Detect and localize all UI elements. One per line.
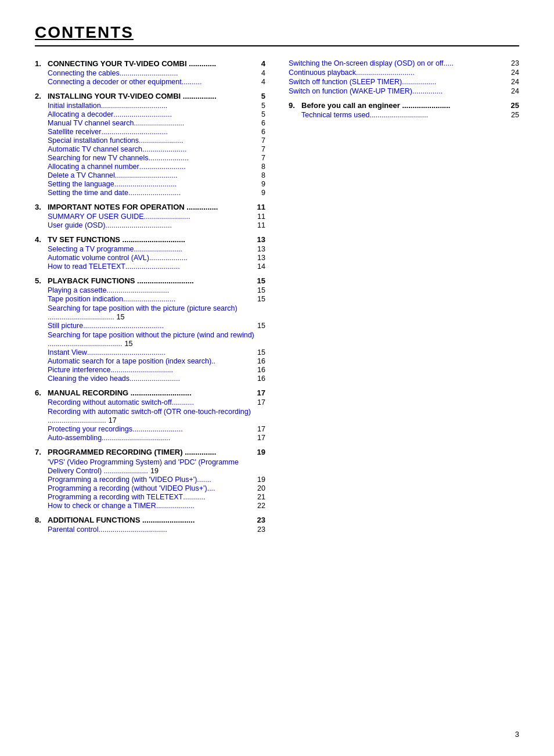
entry-page: 15 — [249, 286, 265, 294]
section: Switching the On-screen display (OSD) on… — [289, 59, 519, 95]
entry-dots: ............................... — [110, 366, 249, 374]
section-title: CONNECTING YOUR TV-VIDEO COMBI .........… — [48, 59, 249, 68]
entry-text[interactable]: Searching for new TV channels — [48, 154, 148, 162]
entry-text[interactable]: Continuous playback — [289, 69, 356, 77]
entry-text[interactable]: Auto-assembling — [48, 434, 102, 442]
section: 9.Before you call an engineer ..........… — [289, 101, 519, 119]
entry-text[interactable]: Automatic volume control (AVL) — [48, 254, 149, 262]
entry-text[interactable]: Searching for tape position with the pic… — [48, 304, 238, 312]
entry-text[interactable]: Initial installation — [48, 102, 101, 110]
entry-dots: ........... — [172, 398, 249, 406]
entry-page: 14 — [249, 262, 265, 271]
entry-text[interactable]: Programming a recording with TELETEXT — [48, 493, 183, 501]
entry-text[interactable]: How to check or change a TIMER — [48, 502, 156, 510]
table-row: Parental control .......................… — [35, 525, 265, 534]
entry-page: 17 — [249, 398, 265, 406]
entry-dots: ........................ — [134, 245, 249, 253]
entry-dots: ............................. — [48, 416, 106, 424]
entry-text[interactable]: User guide (OSD) — [48, 221, 105, 229]
section-header: 5.PLAYBACK FUNCTIONS ...................… — [35, 276, 265, 285]
entry-dots: ............................... — [114, 180, 249, 188]
entry-dots: ................................. — [105, 221, 249, 229]
entry-text[interactable]: SUMMARY OF USER GUIDE — [48, 213, 144, 221]
entry-page: 19 — [249, 476, 265, 484]
entry-page: 17 — [109, 416, 117, 424]
section-header: 4.TV SET FUNCTIONS .....................… — [35, 235, 265, 244]
entry-text[interactable]: Playing a cassette — [48, 286, 106, 294]
entry-text[interactable]: Setting the language — [48, 180, 114, 188]
entry-text[interactable]: Still picture — [48, 322, 83, 330]
section-page-number: 5 — [249, 92, 265, 100]
entry-text[interactable]: How to read TELETEXT — [48, 262, 125, 271]
entry-text[interactable]: Automatic TV channel search — [48, 145, 142, 153]
entry-page: 17 — [249, 434, 265, 442]
entry-dots: .................................. — [102, 434, 249, 442]
entry-page: 7 — [249, 145, 265, 153]
entry-text[interactable]: Setting the time and date — [48, 189, 128, 197]
left-column: 1.CONNECTING YOUR TV-VIDEO COMBI .......… — [35, 59, 265, 539]
entry-text[interactable]: Switch on function (WAKE-UP TIMER) — [289, 87, 412, 95]
section: 8.ADDITIONAL FUNCTIONS .................… — [35, 516, 265, 534]
entry-dots: ........... — [183, 493, 249, 501]
entry-dots: ....................... — [139, 163, 249, 171]
entry-text[interactable]: Programming a recording (without 'VIDEO … — [48, 484, 207, 492]
entry-page: 17 — [249, 425, 265, 433]
entry-text[interactable]: Allocating a channel number — [48, 163, 139, 171]
entry-multiline: Searching for tape position without the … — [35, 330, 265, 348]
entry-dots: ...................... — [102, 467, 148, 475]
table-row: Switching the On-screen display (OSD) on… — [289, 59, 519, 67]
entry-dots: ................................. — [101, 102, 249, 110]
table-row: SUMMARY OF USER GUIDE ..................… — [35, 213, 265, 221]
entry-text[interactable]: Delete a TV Channel — [48, 171, 115, 179]
entry-text[interactable]: Recording without automatic switch-off — [48, 398, 172, 406]
table-row: User guide (OSD) .......................… — [35, 221, 265, 229]
table-row: Manual TV channel search ...............… — [35, 119, 265, 127]
entry-page: 15 — [117, 313, 125, 321]
entry-page: 16 — [249, 357, 265, 365]
entry-text[interactable]: Instant View — [48, 348, 87, 357]
entry-text[interactable]: Manual TV channel search — [48, 119, 134, 127]
section-title: PLAYBACK FUNCTIONS .....................… — [48, 276, 249, 285]
entry-text[interactable]: Connecting the cables — [48, 69, 120, 77]
entry-text[interactable]: Technical terms used — [301, 111, 369, 119]
entry-text[interactable]: Recording with automatic switch-off (OTR… — [48, 408, 251, 416]
entry-page: 22 — [249, 502, 265, 510]
entry-page: 8 — [249, 171, 265, 179]
table-row: Setting the language ...................… — [35, 180, 265, 188]
entry-dots: .... — [207, 484, 249, 492]
entry-text[interactable]: Searching for tape position without the … — [48, 331, 254, 339]
entry-text[interactable]: Programming a recording (with 'VIDEO Plu… — [48, 476, 197, 484]
entry-text[interactable]: Allocating a decoder — [48, 110, 113, 118]
table-row: Initial installation ...................… — [35, 102, 265, 110]
entry-dots: .......................... — [128, 189, 249, 197]
entry-page: 16 — [249, 375, 265, 383]
entry-text[interactable]: Picture interference — [48, 366, 110, 374]
section-number: 1. — [35, 59, 48, 68]
entry-text[interactable]: Connecting a decoder or other equipment — [48, 78, 182, 86]
entry-page: 24 — [503, 78, 519, 86]
entry-page: 16 — [249, 366, 265, 374]
entry-text[interactable]: Protecting your recordings — [48, 425, 132, 433]
entry-text[interactable]: Switching the On-screen display (OSD) on… — [289, 59, 444, 67]
entry-text[interactable]: Switch off function (SLEEP TIMER) — [289, 78, 402, 86]
entry-text[interactable]: Automatic search for a tape position (in… — [48, 357, 211, 365]
section-number: 3. — [35, 203, 48, 211]
section-number: 5. — [35, 276, 48, 285]
entry-text[interactable]: Selecting a TV programme — [48, 245, 134, 253]
entry-text[interactable]: Parental control — [48, 525, 99, 534]
page-title: CONTENTS — [35, 23, 519, 42]
table-row: Programming a recording (with 'VIDEO Plu… — [35, 476, 265, 484]
entry-page: 24 — [503, 87, 519, 95]
entry-dots: .. — [211, 357, 249, 365]
entry-page: 23 — [503, 59, 519, 67]
entry-text[interactable]: Satellite receiver — [48, 128, 101, 136]
table-row: Automatic volume control (AVL) .........… — [35, 254, 265, 262]
entry-dots: ......................... — [134, 119, 249, 127]
section-page-number: 11 — [249, 203, 265, 211]
entry-dots: ...................... — [142, 145, 249, 153]
entry-text[interactable]: Tape position indication — [48, 295, 123, 303]
section-header: 6.MANUAL RECORDING .....................… — [35, 388, 265, 397]
table-row: Delete a TV Channel ....................… — [35, 171, 265, 179]
entry-text[interactable]: Special installation functions — [48, 136, 139, 145]
entry-text[interactable]: Cleaning the video heads — [48, 375, 129, 383]
